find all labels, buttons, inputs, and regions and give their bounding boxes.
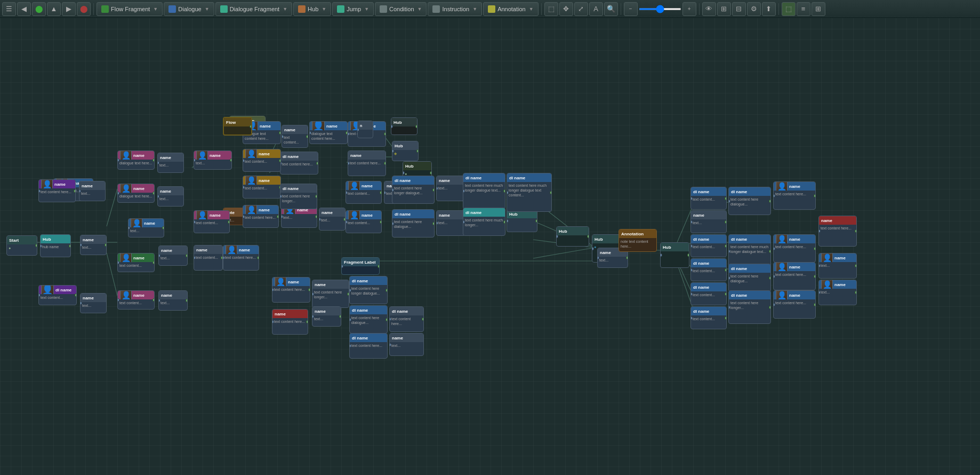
df-pink-1[interactable]: 👤 name dialogue text here... xyxy=(117,151,155,170)
df-gold-2[interactable]: 👤 name text content... xyxy=(243,176,281,199)
df-blue-mid1[interactable]: 👤 name text content here... xyxy=(243,205,279,228)
zoom-icon[interactable]: 🔍 xyxy=(604,2,618,16)
frc2-3[interactable]: dl name text content here dialogue... xyxy=(728,264,771,292)
frc2-4[interactable]: dl name text content here longer... xyxy=(728,290,771,324)
tiny-gray-1[interactable]: n xyxy=(357,121,373,138)
dl-bottom-3[interactable]: dl name text content here dialogue... xyxy=(349,305,388,334)
dl-top-2[interactable]: 👤 name dialogue text content here... xyxy=(309,121,348,144)
export-icon[interactable]: ⬆ xyxy=(762,2,776,16)
small-gray-lower[interactable]: name text... xyxy=(79,181,106,201)
red-bottom[interactable]: name text content here... xyxy=(272,309,308,335)
frc3-3[interactable]: 👤 name text content here... xyxy=(773,262,816,290)
far-right-6[interactable]: dl name text content... xyxy=(690,306,727,329)
hub-right-big[interactable]: Hub xyxy=(660,242,689,268)
df-pink-row1[interactable]: 👤 name text... xyxy=(194,151,232,170)
hub-mid-2[interactable]: Hub xyxy=(556,226,589,247)
home-icon[interactable]: ⬤ xyxy=(32,2,46,16)
frc2-2[interactable]: dl name text content here much longer di… xyxy=(728,234,771,268)
jump-button[interactable]: Jump ▼ xyxy=(332,2,374,16)
gray-vbot-1[interactable]: dl name text content here... xyxy=(389,306,424,332)
move-icon[interactable]: ✥ xyxy=(559,2,573,16)
gray-bot-1[interactable]: name text content here longer... xyxy=(312,280,349,308)
frc3-4[interactable]: 👤 name text content here... xyxy=(773,290,816,319)
dl-row3-1[interactable]: 👤 name text content here... xyxy=(223,245,259,271)
df-gray-4[interactable]: name text... xyxy=(157,186,184,207)
gray-small-1[interactable]: name text content... xyxy=(282,125,308,148)
gray-bot-2[interactable]: name text... xyxy=(312,306,341,327)
gray-row3-1[interactable]: name text content... xyxy=(194,245,223,271)
instruction-button[interactable]: Instruction ▼ xyxy=(428,2,482,16)
forward-icon[interactable]: ▶ xyxy=(62,2,76,16)
gray-vbot-2[interactable]: name text... xyxy=(389,333,424,356)
df-pink-2[interactable]: 👤 name dialogue text here... xyxy=(117,184,155,203)
frc3-2[interactable]: 👤 name text content here... xyxy=(773,234,816,263)
dl-blue-r2[interactable]: 👤 name text content... xyxy=(346,210,382,233)
far-right-5[interactable]: dl name text content... xyxy=(690,282,727,305)
zoom-slider[interactable] xyxy=(639,8,681,10)
frc2-1[interactable]: dl name text content here dialogue... xyxy=(728,187,771,215)
dl-bottom-2[interactable]: dl name text content here longer dialogu… xyxy=(349,276,388,304)
grid-icon[interactable]: ⊞ xyxy=(717,2,731,16)
zoom-in-icon[interactable]: + xyxy=(682,2,696,16)
cyan-wide-1[interactable]: dl name text content here much longer... xyxy=(463,208,505,236)
outline-view-icon[interactable]: ⊞ xyxy=(812,2,825,16)
blue-wide-1[interactable]: dl name text content here longer dialogu… xyxy=(392,176,435,204)
view-icon[interactable]: 👁 xyxy=(702,2,716,16)
blue-edge-1[interactable]: 👤 name text... xyxy=(818,253,857,279)
dl-blue-r1[interactable]: 👤 name text content... xyxy=(346,181,382,204)
condition-button[interactable]: Condition ▼ xyxy=(375,2,427,16)
gray-r-1[interactable]: name text... xyxy=(436,176,465,201)
blue-wide-2[interactable]: dl name text content here much longer di… xyxy=(463,173,505,209)
hub-mid-r[interactable]: Hub xyxy=(507,209,537,232)
blue-wide-3[interactable]: dl name text content here dialogue... xyxy=(392,209,435,238)
frc3-1[interactable]: 👤 name text content here... xyxy=(773,181,816,210)
up-icon[interactable]: ▲ xyxy=(47,2,61,16)
menu-icon[interactable]: ☰ xyxy=(2,2,16,16)
purple-node-1[interactable]: 👤 name text content here... xyxy=(38,179,76,202)
hub-button[interactable]: Hub ▼ xyxy=(293,2,331,16)
df-gray-mid1[interactable]: dl name text content here... xyxy=(280,152,318,175)
blue-edge-2[interactable]: 👤 name text... xyxy=(818,280,857,305)
far-right-2[interactable]: name text... xyxy=(690,210,727,233)
red-edge-node[interactable]: name text content here... xyxy=(818,216,857,247)
far-right-4[interactable]: dl name text content... xyxy=(690,258,727,281)
df-gray-3[interactable]: name text... xyxy=(157,153,184,173)
df-pink-3[interactable]: 👤 name text content... xyxy=(117,290,155,310)
gray-wide-1[interactable]: dl name text content here longer... xyxy=(280,184,317,209)
dialogue-fragment-button[interactable]: Dialogue Fragment ▼ xyxy=(215,2,292,16)
text-icon[interactable]: A xyxy=(589,2,603,16)
fragment-label[interactable]: Fragment Label xyxy=(341,257,380,275)
orange-connector[interactable]: Flow xyxy=(223,117,252,136)
dialogue-button[interactable]: Dialogue ▼ xyxy=(164,2,214,16)
connect-icon[interactable]: ⤢ xyxy=(574,2,588,16)
df-green-1[interactable]: 👤 name text content... xyxy=(117,253,155,272)
df-gray-6[interactable]: name text... xyxy=(158,290,188,311)
hub-node-1[interactable]: Hub hub name xyxy=(40,234,71,257)
start-node[interactable]: Start ● xyxy=(6,235,37,256)
layout-icon[interactable]: ⊟ xyxy=(732,2,746,16)
df-gold-1[interactable]: 👤 name text content... xyxy=(243,149,281,172)
settings-icon[interactable]: ⚙ xyxy=(747,2,761,16)
dl-bottom-4[interactable]: dl name text content here... xyxy=(349,333,388,359)
node-view-icon[interactable]: ⬚ xyxy=(782,2,796,16)
df-gray-2[interactable]: name text... xyxy=(80,293,107,313)
zoom-out-icon[interactable]: − xyxy=(624,2,638,16)
stop-icon[interactable]: ⬤ xyxy=(77,2,91,16)
annotation-mid[interactable]: Annotation note text content here... xyxy=(618,229,657,252)
canvas-area[interactable]: Start ● Hub hub name 👤 dl name text cont… xyxy=(0,18,980,475)
far-right-1[interactable]: dl name text content... xyxy=(690,187,727,210)
top-gray-hub[interactable]: Hub xyxy=(391,117,417,135)
df-purple-1[interactable]: 👤 dl name text content... xyxy=(38,285,77,305)
df-gray-mid2[interactable]: name text content here... xyxy=(348,151,386,176)
flow-fragment-button[interactable]: Flow Fragment ▼ xyxy=(97,2,163,16)
small-dark-1[interactable]: Hub ◆ xyxy=(392,141,419,161)
back-icon[interactable]: ◀ xyxy=(17,2,31,16)
df-gray-1[interactable]: name text... xyxy=(80,235,107,255)
df-gray-5[interactable]: name text... xyxy=(158,246,188,266)
select-icon[interactable]: ⬚ xyxy=(544,2,558,16)
list-view-icon[interactable]: ≡ xyxy=(797,2,810,16)
gray-r-2[interactable]: name text... xyxy=(436,210,465,236)
annotation-button[interactable]: Annotation ▼ xyxy=(483,2,539,16)
dl-bottom-1[interactable]: 👤 name text content here... xyxy=(272,277,310,303)
df-pink-row2[interactable]: 👤 name text content... xyxy=(194,210,230,233)
